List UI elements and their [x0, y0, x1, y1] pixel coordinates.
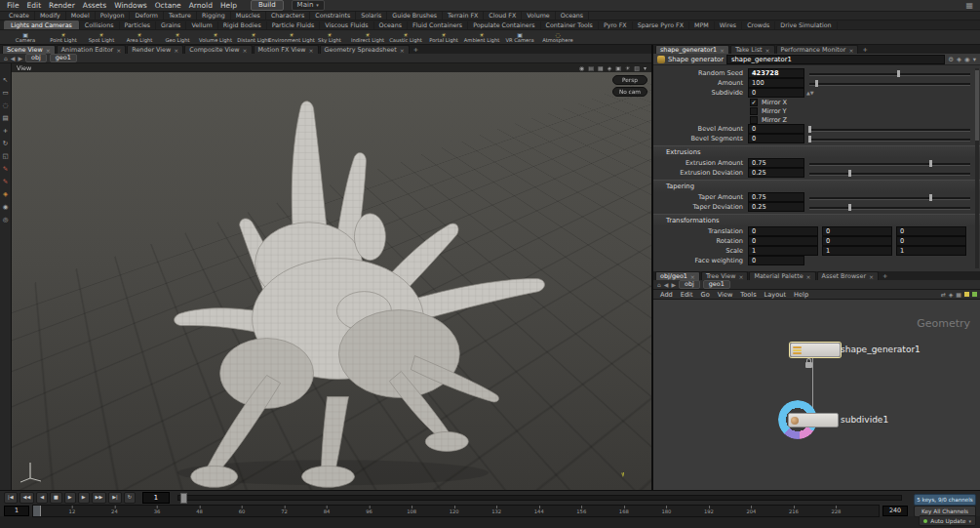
tool-vr-camera[interactable]: ▣VR Camera	[502, 31, 537, 44]
shelf-tab-polygon[interactable]: Polygon	[96, 12, 131, 20]
keys-info-button[interactable]: 5 keys, 9/0 channels	[914, 494, 976, 506]
tab-tree-view[interactable]: Tree View×	[701, 271, 749, 280]
shelf-tab-oceans[interactable]: Oceans	[556, 12, 589, 20]
persp-view-button[interactable]: Persp	[612, 75, 647, 85]
close-icon[interactable]: ×	[765, 47, 770, 54]
param-mirror-x[interactable]: ✓Mirror X	[653, 98, 980, 106]
creature-mesh[interactable]	[12, 63, 651, 488]
lock-icon[interactable]	[805, 362, 812, 368]
shelf-tab-constraints[interactable]: Constraints	[310, 12, 356, 20]
param-section-extrusions[interactable]: Extrusions	[653, 145, 980, 158]
playbar-scrub-handle[interactable]	[180, 493, 187, 504]
param-value-field[interactable]: 0	[748, 236, 818, 246]
slider-handle[interactable]	[848, 170, 851, 177]
param-value-field[interactable]: 100	[748, 78, 804, 88]
tab-obj-geo1[interactable]: obj/geo1×	[655, 271, 700, 280]
home-icon[interactable]: ⌂	[657, 281, 661, 288]
shelf-tab-grains[interactable]: Grains	[156, 21, 186, 29]
jump-start-button[interactable]: |◀	[4, 492, 18, 504]
menu-render[interactable]: Render	[45, 1, 79, 10]
gear-icon[interactable]: ⚙	[948, 56, 954, 63]
flag-icon[interactable]	[972, 292, 977, 297]
close-icon[interactable]: ×	[848, 47, 853, 54]
network-menu-add[interactable]: Add	[656, 291, 677, 299]
shelf-tab-collisions[interactable]: Collisions	[80, 21, 120, 29]
tab-geometry-spreadsheet[interactable]: Geometry Spreadsheet×	[320, 45, 410, 54]
param-value-field[interactable]: 423728	[748, 68, 804, 78]
magnet-icon[interactable]: ◈	[949, 291, 954, 298]
param-value-field[interactable]: 0	[822, 236, 892, 246]
close-icon[interactable]: ×	[690, 273, 695, 280]
param-value-field[interactable]: 1	[748, 246, 818, 256]
close-icon[interactable]: ×	[309, 47, 314, 54]
shelf-tab-pyro-fx[interactable]: Pyro FX	[599, 21, 633, 29]
menu-octane[interactable]: Octane	[151, 1, 185, 10]
tab-composite-view[interactable]: Composite View×	[184, 45, 252, 54]
step-back-button[interactable]: ◀	[36, 492, 48, 504]
network-editor-canvas[interactable]: Geometry shape_generator1 subdivide1	[653, 300, 980, 490]
param-value-field[interactable]: 0	[748, 256, 804, 265]
scene-viewport[interactable]: View ◉▤▦◈▣☀▥▾ Persp No cam	[12, 63, 651, 490]
tool-geo-light[interactable]: ☀Geo Light	[160, 31, 195, 44]
close-icon[interactable]: ×	[243, 47, 248, 54]
network-menu-help[interactable]: Help	[790, 291, 812, 299]
close-icon[interactable]: ×	[400, 47, 405, 54]
tool-spot-light[interactable]: ☀Spot Light	[84, 31, 119, 44]
tool-volume-light[interactable]: ☀Volume Light	[198, 31, 233, 44]
rotate-tool-icon[interactable]: ↻	[3, 141, 8, 147]
network-menu-view[interactable]: View	[714, 291, 737, 299]
home-icon[interactable]: ⌂	[4, 55, 8, 61]
menu-assets[interactable]: Assets	[79, 1, 110, 10]
camera-icon[interactable]: ▣	[615, 64, 621, 71]
param-slider[interactable]	[809, 69, 970, 78]
new-tab-button[interactable]: +	[859, 46, 870, 54]
shelf-tab-particle-fluids[interactable]: Particle Fluids	[267, 21, 321, 29]
parameter-scrollbar[interactable]	[975, 68, 979, 268]
param-section-transformations[interactable]: Transformations	[653, 214, 980, 226]
close-icon[interactable]: ×	[116, 47, 121, 54]
timeline[interactable]: 1224364860728496108120132144156168180192…	[32, 505, 880, 517]
close-icon[interactable]: ×	[869, 273, 874, 280]
shelf-tab-viscous-fluids[interactable]: Viscous Fluids	[320, 21, 373, 29]
tab-performance-monitor[interactable]: Performance Monitor×	[776, 45, 859, 54]
shelf-tab-guide-brushes[interactable]: Guide Brushes	[387, 12, 443, 20]
shelf-tab-model[interactable]: Model	[66, 12, 96, 20]
link-icon[interactable]: ⇄	[941, 291, 946, 298]
wire-icon[interactable]: ▤	[588, 64, 594, 71]
step-forward-button[interactable]: ▶	[78, 492, 90, 504]
camera-select-button[interactable]: No cam	[612, 87, 647, 97]
loop-button[interactable]: ↻	[124, 492, 136, 504]
forward-icon[interactable]: ▶	[18, 55, 22, 61]
shelf-tab-terrain-fx[interactable]: Terrain FX	[443, 12, 484, 20]
param-value-field[interactable]: 1	[896, 246, 966, 256]
auto-update-selector[interactable]: Auto Update ▾	[919, 515, 976, 526]
param-value-field[interactable]: 0	[748, 124, 804, 134]
stop-button[interactable]: ■	[50, 492, 62, 504]
close-icon[interactable]: ×	[174, 47, 178, 54]
paint-tool-icon[interactable]: ✎	[3, 166, 8, 173]
node-name-field[interactable]: shape_generator1	[726, 55, 945, 64]
magnet-icon[interactable]: ◈	[957, 56, 961, 63]
checkbox-icon[interactable]	[750, 116, 758, 124]
tab-motion-fx-view[interactable]: Motion FX View×	[254, 45, 319, 54]
presets-icon[interactable]: ▾	[644, 64, 647, 71]
param-value-field[interactable]: 0	[748, 134, 804, 143]
param-value-field[interactable]: 0	[748, 226, 818, 236]
new-tab-button[interactable]: +	[411, 46, 421, 54]
playbar-scrub-track[interactable]	[177, 495, 902, 501]
desktop-selector[interactable]: Build	[251, 0, 284, 11]
shelf-tab-create[interactable]: Create	[4, 12, 35, 20]
shelf-tab-texture[interactable]: Texture	[164, 12, 197, 20]
checkbox-icon[interactable]: ✓	[750, 99, 758, 106]
network-menu-tools[interactable]: Tools	[736, 291, 760, 299]
param-value-field[interactable]: 0.75	[748, 192, 804, 202]
range-start-field[interactable]: 1	[4, 506, 29, 516]
tab-scene-view[interactable]: Scene View×	[2, 45, 56, 54]
select-tool-icon[interactable]: ↖	[3, 77, 8, 84]
new-tab-button[interactable]: +	[880, 272, 890, 280]
path-chip-geo1[interactable]: geo1	[703, 280, 730, 289]
shelf-tab-cloud-fx[interactable]: Cloud FX	[484, 12, 522, 20]
shelf-tab-lights-and-cameras[interactable]: Lights and Cameras	[4, 20, 80, 29]
param-mirror-y[interactable]: Mirror Y	[653, 106, 980, 115]
shelf-tab-solaris[interactable]: Solaris	[356, 12, 387, 20]
